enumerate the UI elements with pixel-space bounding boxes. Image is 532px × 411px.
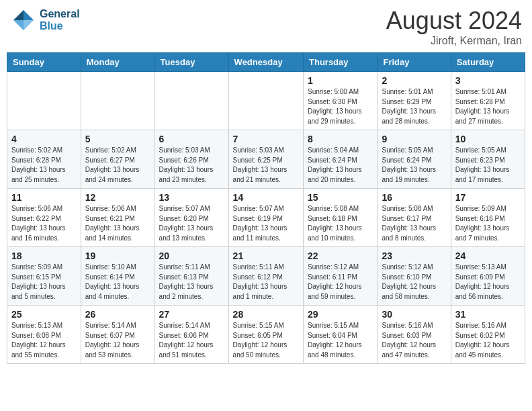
calendar-cell: 7Sunrise: 5:03 AM Sunset: 6:25 PM Daylig… [228,130,303,189]
cell-date-number: 20 [159,250,224,261]
cell-date-number: 7 [233,134,299,144]
cell-date-number: 12 [85,192,150,203]
calendar-week-row: 4Sunrise: 5:02 AM Sunset: 6:28 PM Daylig… [7,130,525,189]
calendar-week-row: 1Sunrise: 5:00 AM Sunset: 6:30 PM Daylig… [7,72,525,130]
logo-icon [10,7,37,34]
calendar-cell: 8Sunrise: 5:04 AM Sunset: 6:24 PM Daylig… [304,130,378,189]
calendar-week-row: 11Sunrise: 5:06 AM Sunset: 6:22 PM Dayli… [7,189,525,247]
calendar-cell: 28Sunrise: 5:15 AM Sunset: 6:05 PM Dayli… [228,306,303,364]
cell-date-number: 25 [11,309,77,320]
logo-blue: Blue [40,20,80,32]
cell-date-number: 29 [308,309,373,320]
calendar-cell: 31Sunrise: 5:16 AM Sunset: 6:02 PM Dayli… [451,306,525,364]
calendar-cell: 5Sunrise: 5:02 AM Sunset: 6:27 PM Daylig… [81,130,154,189]
calendar-week-row: 18Sunrise: 5:09 AM Sunset: 6:15 PM Dayli… [7,247,525,306]
cell-date-number: 17 [455,192,521,203]
cell-info-text: Sunrise: 5:13 AM Sunset: 6:09 PM Dayligh… [455,263,521,302]
calendar-cell: 11Sunrise: 5:06 AM Sunset: 6:22 PM Dayli… [7,189,81,247]
weekday-header: Wednesday [228,53,303,72]
cell-info-text: Sunrise: 5:07 AM Sunset: 6:19 PM Dayligh… [233,204,299,243]
cell-info-text: Sunrise: 5:15 AM Sunset: 6:04 PM Dayligh… [308,321,373,360]
calendar-cell: 25Sunrise: 5:13 AM Sunset: 6:08 PM Dayli… [7,306,81,364]
calendar-title: August 2024 [386,7,522,35]
cell-info-text: Sunrise: 5:06 AM Sunset: 6:21 PM Dayligh… [85,204,150,243]
cell-info-text: Sunrise: 5:05 AM Sunset: 6:23 PM Dayligh… [455,146,521,185]
cell-date-number: 27 [159,309,224,320]
cell-date-number: 11 [11,192,77,203]
cell-info-text: Sunrise: 5:04 AM Sunset: 6:24 PM Dayligh… [308,146,373,185]
page-header: General Blue August 2024 Jiroft, Kerman,… [7,7,525,47]
cell-info-text: Sunrise: 5:14 AM Sunset: 6:07 PM Dayligh… [85,321,150,360]
calendar-week-row: 25Sunrise: 5:13 AM Sunset: 6:08 PM Dayli… [7,306,525,364]
weekday-header: Sunday [7,53,81,72]
calendar-cell [81,72,154,130]
cell-info-text: Sunrise: 5:02 AM Sunset: 6:27 PM Dayligh… [85,146,150,185]
calendar-location: Jiroft, Kerman, Iran [386,35,522,47]
calendar-cell [7,72,81,130]
cell-date-number: 16 [382,192,446,203]
calendar-cell: 29Sunrise: 5:15 AM Sunset: 6:04 PM Dayli… [304,306,378,364]
cell-date-number: 23 [382,250,446,261]
cell-info-text: Sunrise: 5:09 AM Sunset: 6:16 PM Dayligh… [455,204,521,243]
cell-date-number: 9 [382,134,446,144]
cell-date-number: 22 [308,250,373,261]
cell-date-number: 5 [85,134,150,144]
calendar-cell: 10Sunrise: 5:05 AM Sunset: 6:23 PM Dayli… [451,130,525,189]
cell-date-number: 13 [159,192,224,203]
weekday-header: Friday [378,53,451,72]
cell-info-text: Sunrise: 5:13 AM Sunset: 6:08 PM Dayligh… [11,321,77,360]
cell-date-number: 10 [455,134,521,144]
calendar-cell: 30Sunrise: 5:16 AM Sunset: 6:03 PM Dayli… [378,306,451,364]
calendar-cell: 13Sunrise: 5:07 AM Sunset: 6:20 PM Dayli… [154,189,228,247]
calendar-cell: 26Sunrise: 5:14 AM Sunset: 6:07 PM Dayli… [81,306,154,364]
cell-date-number: 2 [382,75,446,86]
cell-info-text: Sunrise: 5:12 AM Sunset: 6:11 PM Dayligh… [308,263,373,302]
cell-info-text: Sunrise: 5:11 AM Sunset: 6:12 PM Dayligh… [233,263,299,302]
weekday-header: Saturday [451,53,525,72]
cell-date-number: 14 [233,192,299,203]
calendar-cell: 19Sunrise: 5:10 AM Sunset: 6:14 PM Dayli… [81,247,154,306]
cell-info-text: Sunrise: 5:03 AM Sunset: 6:26 PM Dayligh… [159,146,224,185]
cell-date-number: 8 [308,134,373,144]
calendar-cell: 12Sunrise: 5:06 AM Sunset: 6:21 PM Dayli… [81,189,154,247]
cell-info-text: Sunrise: 5:10 AM Sunset: 6:14 PM Dayligh… [85,263,150,302]
weekday-header-row: SundayMondayTuesdayWednesdayThursdayFrid… [7,53,525,72]
cell-info-text: Sunrise: 5:08 AM Sunset: 6:18 PM Dayligh… [308,204,373,243]
cell-info-text: Sunrise: 5:14 AM Sunset: 6:06 PM Dayligh… [159,321,224,360]
calendar-cell: 21Sunrise: 5:11 AM Sunset: 6:12 PM Dayli… [228,247,303,306]
cell-info-text: Sunrise: 5:03 AM Sunset: 6:25 PM Dayligh… [233,146,299,185]
calendar-cell [228,72,303,130]
calendar-cell: 15Sunrise: 5:08 AM Sunset: 6:18 PM Dayli… [304,189,378,247]
cell-info-text: Sunrise: 5:06 AM Sunset: 6:22 PM Dayligh… [11,204,77,243]
cell-date-number: 18 [11,250,77,261]
cell-info-text: Sunrise: 5:11 AM Sunset: 6:13 PM Dayligh… [159,263,224,302]
cell-date-number: 15 [308,192,373,203]
weekday-header: Tuesday [154,53,228,72]
calendar-cell: 22Sunrise: 5:12 AM Sunset: 6:11 PM Dayli… [304,247,378,306]
cell-date-number: 28 [233,309,299,320]
calendar-cell: 9Sunrise: 5:05 AM Sunset: 6:24 PM Daylig… [378,130,451,189]
cell-info-text: Sunrise: 5:16 AM Sunset: 6:02 PM Dayligh… [455,321,521,360]
cell-date-number: 4 [11,134,77,144]
weekday-header: Thursday [304,53,378,72]
cell-date-number: 30 [382,309,446,320]
calendar-table: SundayMondayTuesdayWednesdayThursdayFrid… [7,52,525,364]
cell-info-text: Sunrise: 5:15 AM Sunset: 6:05 PM Dayligh… [233,321,299,360]
cell-date-number: 24 [455,250,521,261]
calendar-cell: 1Sunrise: 5:00 AM Sunset: 6:30 PM Daylig… [304,72,378,130]
calendar-cell: 14Sunrise: 5:07 AM Sunset: 6:19 PM Dayli… [228,189,303,247]
calendar-cell [154,72,228,130]
cell-info-text: Sunrise: 5:01 AM Sunset: 6:28 PM Dayligh… [455,87,521,126]
cell-info-text: Sunrise: 5:07 AM Sunset: 6:20 PM Dayligh… [159,204,224,243]
cell-info-text: Sunrise: 5:00 AM Sunset: 6:30 PM Dayligh… [308,87,373,126]
cell-date-number: 6 [159,134,224,144]
logo: General Blue [10,7,80,34]
logo-general: General [40,8,80,20]
calendar-cell: 20Sunrise: 5:11 AM Sunset: 6:13 PM Dayli… [154,247,228,306]
calendar-cell: 18Sunrise: 5:09 AM Sunset: 6:15 PM Dayli… [7,247,81,306]
cell-info-text: Sunrise: 5:05 AM Sunset: 6:24 PM Dayligh… [382,146,446,185]
cell-date-number: 21 [233,250,299,261]
logo-text: General Blue [40,8,80,32]
calendar-cell: 6Sunrise: 5:03 AM Sunset: 6:26 PM Daylig… [154,130,228,189]
cell-info-text: Sunrise: 5:09 AM Sunset: 6:15 PM Dayligh… [11,263,77,302]
